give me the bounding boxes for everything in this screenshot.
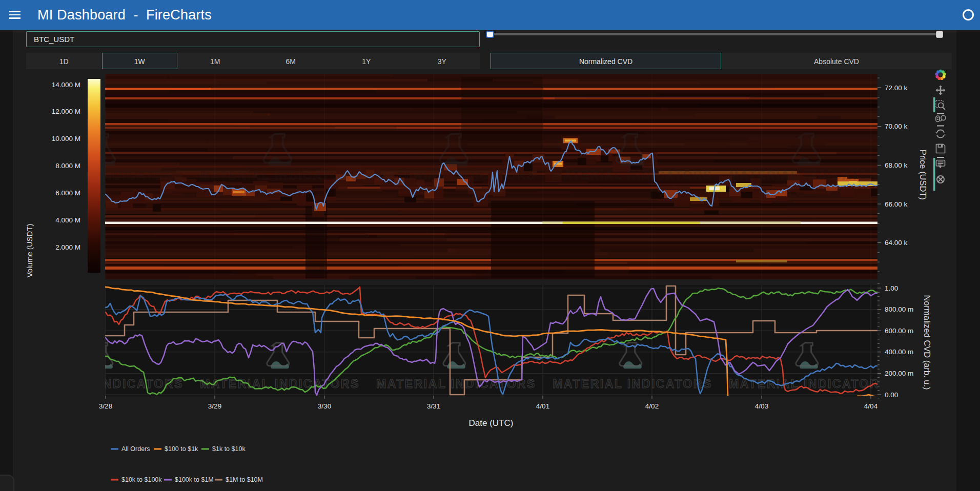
svg-text:64.00 k: 64.00 k bbox=[885, 239, 908, 247]
svg-text:All Orders: All Orders bbox=[121, 445, 150, 453]
svg-text:MATERIAL INDICATORS: MATERIAL INDICATORS bbox=[553, 377, 712, 391]
svg-text:$1k to $10k: $1k to $10k bbox=[212, 445, 246, 453]
svg-text:200.00 m: 200.00 m bbox=[885, 370, 913, 377]
svg-text:14.000 M: 14.000 M bbox=[52, 81, 80, 89]
svg-text:MATERIAL INDICATORS: MATERIAL INDICATORS bbox=[24, 169, 183, 182]
svg-text:MATERIAL INDICATORS: MATERIAL INDICATORS bbox=[200, 169, 360, 182]
svg-text:68.00 k: 68.00 k bbox=[885, 161, 908, 169]
svg-text:66.00 k: 66.00 k bbox=[885, 200, 908, 208]
svg-text:$1M to $10M: $1M to $10M bbox=[226, 476, 263, 483]
svg-text:MATERIAL INDICATORS: MATERIAL INDICATORS bbox=[24, 377, 183, 391]
svg-text:MATERIAL INDICATORS: MATERIAL INDICATORS bbox=[729, 169, 889, 182]
svg-text:Price (USDT): Price (USDT) bbox=[918, 150, 928, 200]
svg-text:72.00 k: 72.00 k bbox=[885, 84, 908, 92]
svg-text:0.00: 0.00 bbox=[885, 391, 898, 399]
svg-text:6.000 M: 6.000 M bbox=[55, 189, 80, 197]
svg-text:70.00 k: 70.00 k bbox=[885, 122, 908, 130]
svg-text:8.000 M: 8.000 M bbox=[55, 162, 80, 170]
svg-text:3/29: 3/29 bbox=[208, 402, 221, 410]
svg-text:$100k to $1M: $100k to $1M bbox=[175, 476, 214, 483]
svg-text:4.000 M: 4.000 M bbox=[55, 216, 80, 224]
svg-text:4/03: 4/03 bbox=[755, 402, 768, 410]
svg-text:3/31: 3/31 bbox=[427, 402, 440, 410]
svg-text:3/30: 3/30 bbox=[318, 402, 331, 410]
svg-text:3/28: 3/28 bbox=[99, 402, 112, 410]
svg-text:800.00 m: 800.00 m bbox=[885, 305, 913, 313]
svg-text:1.00: 1.00 bbox=[885, 284, 898, 292]
svg-text:400.00 m: 400.00 m bbox=[885, 348, 913, 356]
svg-text:Volume (USDT): Volume (USDT) bbox=[25, 223, 34, 277]
svg-text:12.000 M: 12.000 M bbox=[52, 108, 80, 115]
svg-text:4/02: 4/02 bbox=[645, 402, 659, 410]
svg-text:4/01: 4/01 bbox=[536, 402, 549, 410]
svg-text:MATERIAL INDICATORS: MATERIAL INDICATORS bbox=[553, 169, 712, 182]
svg-text:$10k to $100k: $10k to $100k bbox=[121, 476, 162, 483]
svg-text:600.00 m: 600.00 m bbox=[885, 327, 913, 335]
svg-text:Normalized CVD (arb. u.): Normalized CVD (arb. u.) bbox=[923, 295, 932, 390]
svg-text:10.000 M: 10.000 M bbox=[52, 135, 80, 142]
svg-text:$100 to $1k: $100 to $1k bbox=[165, 445, 198, 453]
svg-text:4/04: 4/04 bbox=[864, 402, 878, 410]
svg-text:2.000 M: 2.000 M bbox=[55, 243, 80, 251]
svg-text:Date (UTC): Date (UTC) bbox=[469, 418, 514, 428]
